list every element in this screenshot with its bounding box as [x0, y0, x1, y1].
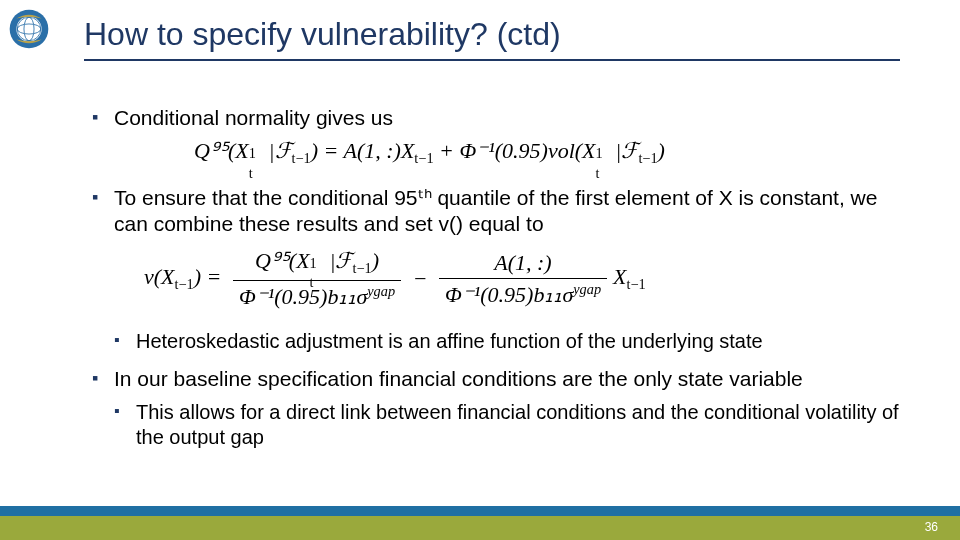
subbullet-heteroskedastic: Heteroskedastic adjustment is an affine … [114, 329, 900, 354]
bullet-baseline-spec: In our baseline specification financial … [92, 366, 900, 450]
bullet-text: In our baseline specification financial … [114, 367, 803, 390]
subbullet-direct-link: This allows for a direct link between fi… [114, 400, 900, 450]
bullet-text: Heteroskedastic adjustment is an affine … [136, 330, 763, 352]
footer-accent-top [0, 506, 960, 516]
equation-v: v(Xt−1) = Q⁹⁵(X1t|ℱt−1) Φ⁻¹(0.95)b₁₁σyga… [144, 247, 900, 311]
imf-logo-icon [8, 8, 50, 50]
bullet-ensure-quantile: To ensure that the conditional 95ᵗʰ quan… [92, 185, 900, 355]
bullet-text: This allows for a direct link between fi… [136, 401, 899, 448]
slide-body: Conditional normality gives us Q⁹⁵(X1t|ℱ… [92, 105, 900, 462]
slide-title: How to specify vulnerability? (ctd) [84, 16, 900, 61]
page-number: 36 [925, 520, 938, 534]
bullet-conditional-normality: Conditional normality gives us Q⁹⁵(X1t|ℱ… [92, 105, 900, 169]
footer-accent-bottom [0, 516, 960, 540]
footer-bar: 36 [0, 506, 960, 540]
svg-point-1 [16, 16, 41, 41]
slide: How to specify vulnerability? (ctd) Cond… [0, 0, 960, 540]
bullet-text: To ensure that the conditional 95ᵗʰ quan… [114, 186, 877, 235]
bullet-text: Conditional normality gives us [114, 106, 393, 129]
equation-q95: Q⁹⁵(X1t|ℱt−1) = A(1, :)Xt−1 + Φ⁻¹(0.95)v… [194, 137, 900, 168]
